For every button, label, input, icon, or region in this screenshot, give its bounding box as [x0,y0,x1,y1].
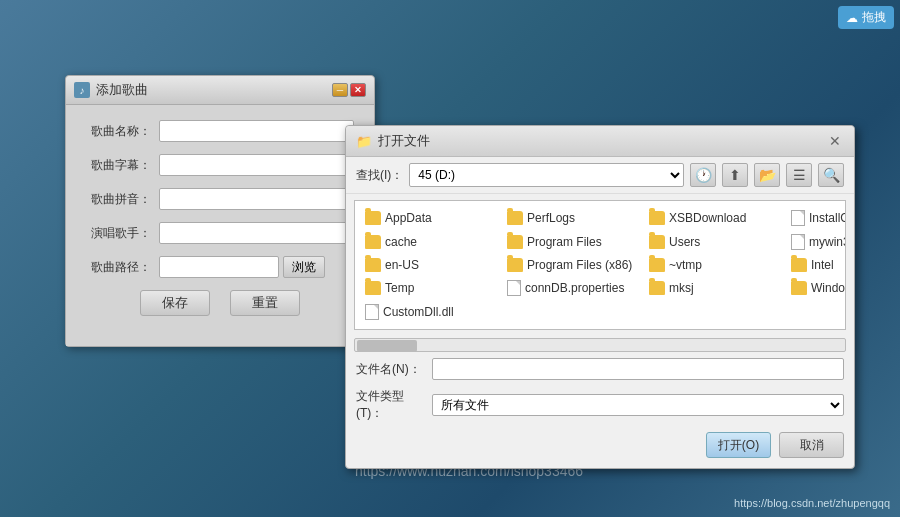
add-song-content: 歌曲名称： 歌曲字幕： 歌曲拼音： 演唱歌手： 歌曲路径： 浏览 保存 重置 [66,105,374,346]
file-item[interactable]: Program Files [503,231,643,253]
file-item[interactable]: Intel [787,255,846,275]
open-file-dialog: 📁 打开文件 ✕ 查找(I)： 45 (D:) 🕐 ⬆ 📂 ☰ 🔍 AppDat… [345,125,855,469]
file-item[interactable]: Program Files (x86) [503,255,643,275]
path-input[interactable] [159,256,279,278]
folder-icon [365,235,381,249]
file-item[interactable]: en-US [361,255,501,275]
titlebar-left: ♪ 添加歌曲 [74,81,148,99]
lyrics-input[interactable] [159,154,354,176]
folder-icon [791,281,807,295]
reset-button[interactable]: 重置 [230,290,300,316]
bottom-link: https://blog.csdn.net/zhupengqq [734,497,890,509]
file-item[interactable]: CustomDll.dll [361,301,501,323]
file-item[interactable]: InstallConfig.ini [787,207,846,229]
name-input[interactable] [159,120,354,142]
filetype-select[interactable]: 所有文件 [432,394,844,416]
add-song-title: 添加歌曲 [96,81,148,99]
file-item[interactable]: cache [361,231,501,253]
file-name: InstallConfig.ini [809,211,846,225]
folder-icon [649,258,665,272]
file-icon [507,280,521,296]
singer-label: 演唱歌手： [86,225,151,242]
pinyin-row: 歌曲拼音： [86,188,354,210]
file-name: XSBDownload [669,211,746,225]
file-name: PerfLogs [527,211,575,225]
toolbar-btn-5[interactable]: 🔍 [818,163,844,187]
cancel-button[interactable]: 取消 [779,432,844,458]
file-name: Intel [811,258,834,272]
singer-row: 演唱歌手： [86,222,354,244]
toolbar-label: 查找(I)： [356,167,403,184]
filename-label: 文件名(N)： [356,361,426,378]
minimize-button[interactable]: ─ [332,83,348,97]
file-name: Temp [385,281,414,295]
singer-input[interactable] [159,222,354,244]
location-select[interactable]: 45 (D:) [409,163,684,187]
filename-input[interactable] [432,358,844,380]
save-button[interactable]: 保存 [140,290,210,316]
file-list-inner: AppDataPerfLogsXSBDownloadInstallConfig.… [355,201,845,329]
name-row: 歌曲名称： [86,120,354,142]
folder-icon [365,258,381,272]
file-name: mywin32pc_log.t [809,235,846,249]
file-icon [365,304,379,320]
file-item[interactable]: AppData [361,207,501,229]
toolbar-btn-4[interactable]: ☰ [786,163,812,187]
file-item[interactable]: connDB.properties [503,277,643,299]
file-icon [791,210,805,226]
dialog-icon: ♪ [74,82,90,98]
horizontal-scrollbar[interactable] [354,338,846,352]
toolbar-btn-2[interactable]: ⬆ [722,163,748,187]
scrollbar-row [346,336,854,354]
top-badge[interactable]: ☁ 拖拽 [838,6,894,29]
file-item[interactable]: ~vtmp [645,255,785,275]
file-name: AppData [385,211,432,225]
folder-icon [649,211,665,225]
toolbar-btn-3[interactable]: 📂 [754,163,780,187]
add-song-dialog: ♪ 添加歌曲 ─ ✕ 歌曲名称： 歌曲字幕： 歌曲拼音： 演唱歌手： 歌曲路径：… [65,75,375,347]
form-buttons: 保存 重置 [86,290,354,331]
open-file-close-button[interactable]: ✕ [826,132,844,150]
scrollbar-thumb [357,340,417,352]
badge-label: 拖拽 [862,9,886,26]
path-label: 歌曲路径： [86,259,151,276]
toolbar-btn-1[interactable]: 🕐 [690,163,716,187]
filetype-row: 文件类型(T)： 所有文件 [346,384,854,426]
file-item[interactable]: mksj [645,277,785,299]
file-item[interactable]: Windows [787,277,846,299]
titlebar-controls: ─ ✕ [332,83,366,97]
close-button[interactable]: ✕ [350,83,366,97]
file-item[interactable]: PerfLogs [503,207,643,229]
toolbar-row: 查找(I)： 45 (D:) 🕐 ⬆ 📂 ☰ 🔍 [346,157,854,194]
file-item[interactable]: Temp [361,277,501,299]
dialog-footer: 打开(O) 取消 [346,426,854,468]
folder-icon [365,211,381,225]
file-item[interactable]: mywin32pc_log.t [787,231,846,253]
pinyin-label: 歌曲拼音： [86,191,151,208]
file-item[interactable]: XSBDownload [645,207,785,229]
folder-icon [649,281,665,295]
file-name: CustomDll.dll [383,305,454,319]
file-name: connDB.properties [525,281,624,295]
folder-icon [791,258,807,272]
open-button[interactable]: 打开(O) [706,432,771,458]
pinyin-input[interactable] [159,188,354,210]
file-name: en-US [385,258,419,272]
file-list-area: AppDataPerfLogsXSBDownloadInstallConfig.… [354,200,846,330]
file-name: Program Files [527,235,602,249]
file-name: cache [385,235,417,249]
folder-icon [649,235,665,249]
cloud-icon: ☁ [846,11,858,25]
name-label: 歌曲名称： [86,123,151,140]
path-row: 歌曲路径： 浏览 [86,256,354,278]
open-file-title: 打开文件 [378,132,430,150]
folder-icon [507,258,523,272]
file-name: Users [669,235,700,249]
file-icon [791,234,805,250]
file-name: Program Files (x86) [527,258,632,272]
browse-button[interactable]: 浏览 [283,256,325,278]
file-item[interactable]: Users [645,231,785,253]
open-file-titlebar: 📁 打开文件 ✕ [346,126,854,157]
file-name: ~vtmp [669,258,702,272]
lyrics-label: 歌曲字幕： [86,157,151,174]
